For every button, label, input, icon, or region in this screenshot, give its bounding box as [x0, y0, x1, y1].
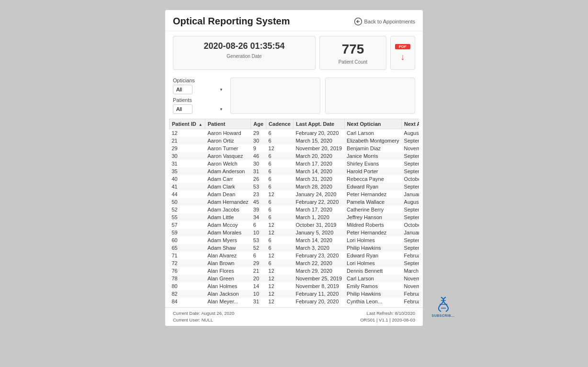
table-cell: November 8, 2019 [293, 282, 344, 290]
table-cell: 40 [170, 175, 205, 183]
table-row[interactable]: 21Aaron Ortiz306March 15, 2020Elizabeth … [170, 137, 419, 145]
current-date-line: Current Date: August 26, 2020 [173, 310, 234, 317]
table-cell: 29 [170, 145, 205, 152]
table-cell: Philip Hawkins [344, 244, 401, 252]
table-cell: Lori Holmes [344, 259, 401, 267]
col-patient-id: Patient ID ▲ [170, 119, 205, 129]
table-cell: 29 [251, 259, 266, 267]
table-cell: October 1, 2020 [402, 175, 419, 183]
table-cell: 80 [170, 282, 205, 290]
table-row[interactable]: 35Adam Anderson316March 14, 2020Harold P… [170, 167, 419, 175]
table-cell: 12 [266, 252, 294, 259]
table-row[interactable]: 12Aaron Howard296February 20, 2020Carl L… [170, 129, 419, 137]
table-row[interactable]: 52Adam Jacobs396March 17, 2020Catherine … [170, 206, 419, 213]
table-cell: Peter Hernandez [344, 229, 401, 236]
table-cell: 72 [170, 259, 205, 267]
table-cell: September 20, 2... [402, 152, 419, 160]
table-cell: Aaron Welch [205, 160, 251, 167]
table-cell: September 17, 2... [402, 206, 419, 213]
table-row[interactable]: 50Adam Hernandez456February 22, 2020Pame… [170, 198, 419, 206]
table-row[interactable]: 65Adam Shaw526March 3, 2020Philip Hawkin… [170, 244, 419, 252]
table-row[interactable]: 80Alan Holmes1412November 8, 2019Emily R… [170, 282, 419, 290]
pdf-download-button[interactable]: PDF ↓ [390, 36, 415, 70]
table-row[interactable]: 72Alan Brown296March 22, 2020Lori Holmes… [170, 259, 419, 267]
table-row[interactable]: 59Adam Morales1012January 5, 2020Peter H… [170, 229, 419, 236]
table-row[interactable]: 55Adam Little346March 1, 2020Jeffrey Han… [170, 213, 419, 221]
table-row[interactable]: 78Alan Green2012November 25, 2019Carl La… [170, 275, 419, 282]
last-refresh-line: Last Refresh: 8/10/2020 [360, 310, 415, 317]
table-cell: November 20, 20... [402, 145, 419, 152]
table-row[interactable]: 71Alan Alvarez612February 23, 2020Edward… [170, 252, 419, 259]
table-cell: March 14, 2020 [293, 167, 344, 175]
table-wrapper[interactable]: Patient ID ▲ Patient Age Cadence Last Ap… [169, 119, 419, 305]
table-row[interactable]: 57Adam Mccoy612October 31, 2019Mildred R… [170, 221, 419, 229]
dna-icon [434, 295, 453, 314]
table-cell: Benjamin Diaz [344, 145, 401, 152]
table-row[interactable]: 60Adam Myers536March 14, 2020Lori Holmes… [170, 236, 419, 244]
generation-date-value: 2020-08-26 01:35:54 [181, 41, 307, 52]
table-cell: February 11, 2020 [293, 290, 344, 298]
table-cell: March 20, 2020 [293, 152, 344, 160]
table-cell: Adam Myers [205, 236, 251, 244]
table-row[interactable]: 40Adam Carr266March 31, 2020Rebecca Payn… [170, 175, 419, 183]
table-row[interactable]: 84Alan Meyer...3112February 20, 2020Cynt… [170, 298, 419, 305]
table-header-row: Patient ID ▲ Patient Age Cadence Last Ap… [170, 119, 419, 129]
current-user-label: Current User: [173, 317, 202, 323]
table-cell: 52 [251, 244, 266, 252]
table-cell: 12 [266, 190, 294, 198]
back-button[interactable]: Back to Appointments [354, 17, 415, 26]
table-cell: February 23, 202... [402, 252, 419, 259]
sort-icon-patient-id: ▲ [199, 122, 203, 127]
table-cell: September 28, 2... [402, 183, 419, 190]
table-row[interactable]: 41Adam Clark536March 28, 2020Edward Ryan… [170, 183, 419, 190]
patients-select[interactable]: All [173, 104, 192, 114]
table-cell: 34 [251, 213, 266, 221]
opticians-select[interactable]: All [173, 85, 192, 94]
table-cell: March 22, 2020 [293, 259, 344, 267]
table-cell: March 14, 2020 [293, 236, 344, 244]
footer: Current Date: August 26, 2020 Current Us… [165, 307, 423, 326]
back-button-label: Back to Appointments [364, 19, 415, 24]
col-last-appt: Last Appt. Date [293, 119, 344, 129]
filter-placeholder-1 [230, 78, 320, 114]
table-cell: 26 [251, 175, 266, 183]
table-cell: September 15, 2... [402, 137, 419, 145]
table-row[interactable]: 76Alan Flores2112March 29, 2020Dennis Be… [170, 267, 419, 275]
table-cell: March 1, 2020 [293, 213, 344, 221]
table-cell: Jeffrey Hanson [344, 213, 401, 221]
current-date-value: August 26, 2020 [201, 311, 234, 316]
table-cell: 12 [266, 282, 294, 290]
table-cell: 21 [170, 137, 205, 145]
table-row[interactable]: 29Aaron Turner912November 20, 2019Benjam… [170, 145, 419, 152]
table-cell: March 3, 2020 [293, 244, 344, 252]
patients-label: Patients [173, 97, 226, 103]
table-cell: 82 [170, 290, 205, 298]
table-cell: Aaron Howard [205, 129, 251, 137]
table-cell: February 20, 202... [402, 298, 419, 305]
table-row[interactable]: 82Alan Jackson1012February 11, 2020Phili… [170, 290, 419, 298]
table-cell: 9 [251, 145, 266, 152]
version-info: ORS01 | V1.1 | 2020-08-03 [360, 317, 415, 323]
pdf-label: PDF [395, 44, 410, 49]
patient-count-label: Patient Count [328, 59, 378, 65]
table-cell: 20 [251, 275, 266, 282]
table-cell: 65 [170, 244, 205, 252]
table-cell: 14 [251, 282, 266, 290]
table-row[interactable]: 30Aaron Vasquez466March 20, 2020Janice M… [170, 152, 419, 160]
stats-row: 2020-08-26 01:35:54 Generation Date 775 … [165, 31, 423, 75]
table-cell: August 22, 2020 [402, 198, 419, 206]
table-row[interactable]: 31Aaron Welch306March 17, 2020Shirley Ev… [170, 160, 419, 167]
table-cell: September 17, 2... [402, 160, 419, 167]
dna-logo: SUBSCRIB... [430, 295, 456, 321]
table-cell: 84 [170, 298, 205, 305]
table-cell: 6 [251, 221, 266, 229]
table-cell: 6 [266, 213, 294, 221]
table-row[interactable]: 44Adam Dean2312January 24, 2020Peter Her… [170, 190, 419, 198]
table-cell: September 22, 2... [402, 259, 419, 267]
table-cell: Adam Anderson [205, 167, 251, 175]
table-cell: 31 [251, 167, 266, 175]
table-cell: Edward Ryan [344, 183, 401, 190]
table-cell: 35 [170, 167, 205, 175]
table-cell: 46 [251, 152, 266, 160]
table-cell: 45 [251, 198, 266, 206]
